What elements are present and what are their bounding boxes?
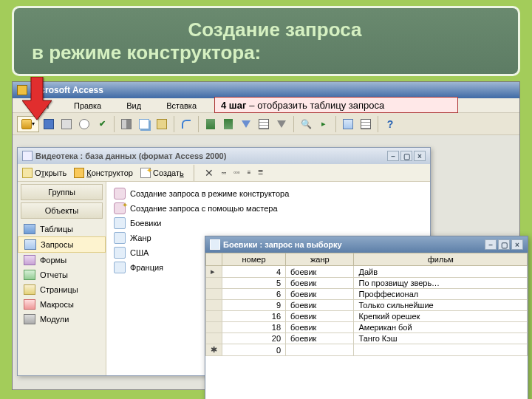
cell-film[interactable] xyxy=(354,344,528,356)
cell-film[interactable]: Проффесионал xyxy=(354,289,528,300)
cell-num[interactable]: 4 xyxy=(222,266,286,278)
table-row[interactable]: 5боевикПо прозвищу зверь… xyxy=(206,278,528,289)
nav-item-report[interactable]: Отчеты xyxy=(18,267,106,282)
new-button[interactable]: Создать xyxy=(140,168,184,178)
cell-film[interactable]: Американ бой xyxy=(354,322,528,333)
nav-item-page[interactable]: Страницы xyxy=(18,282,106,297)
objects-button[interactable]: Объекты xyxy=(21,202,103,219)
maximize-button[interactable]: ▢ xyxy=(400,151,412,161)
svg-marker-0 xyxy=(22,77,52,120)
query-window-title: Боевики : запрос на выборку xyxy=(223,240,342,249)
create-query-wizard[interactable]: Создание запроса с помощью мастера xyxy=(114,201,423,216)
nav-item-form[interactable]: Формы xyxy=(18,253,106,267)
spell-button[interactable]: ✔ xyxy=(94,116,110,132)
close-button[interactable]: × xyxy=(414,151,426,161)
print-button[interactable] xyxy=(58,116,75,132)
new-object-button[interactable] xyxy=(340,116,356,132)
cell-genre[interactable]: боевик xyxy=(286,311,354,322)
details-view-button[interactable]: ☰ xyxy=(258,169,263,176)
nav-item-query[interactable]: Запросы xyxy=(18,236,106,253)
macro-icon xyxy=(24,299,35,310)
query-icon xyxy=(114,262,126,273)
cell-num[interactable]: 0 xyxy=(222,344,286,356)
delete-button[interactable]: ✕ xyxy=(204,168,214,178)
new-row[interactable]: 0 xyxy=(206,344,528,356)
highlight-arrow xyxy=(22,77,52,123)
large-icons-button[interactable]: ▫▫ xyxy=(222,169,226,177)
design-button[interactable]: Конструктор xyxy=(74,168,133,178)
row-selector[interactable] xyxy=(206,278,222,289)
row-selector[interactable] xyxy=(206,322,222,333)
table-row[interactable]: 20боевикТанго Кэш xyxy=(206,333,528,344)
table-row[interactable]: 16боевикКрепкий орешек xyxy=(206,311,528,322)
cell-num[interactable]: 18 xyxy=(222,322,286,333)
cell-genre[interactable]: боевик xyxy=(286,266,354,278)
menu-insert[interactable]: Вставка xyxy=(154,100,208,112)
cell-film[interactable]: Танго Кэш xyxy=(354,333,528,344)
query-icon xyxy=(114,232,126,244)
cell-genre[interactable]: боевик xyxy=(286,289,354,300)
row-selector[interactable] xyxy=(206,311,222,322)
cell-film[interactable]: Крепкий орешек xyxy=(354,311,528,322)
preview-button[interactable] xyxy=(76,116,92,132)
cell-genre[interactable]: боевик xyxy=(286,300,354,311)
cell-num[interactable]: 9 xyxy=(222,300,286,311)
cell-film[interactable]: Дайв xyxy=(354,266,528,278)
table-row[interactable]: 4боевикДайв xyxy=(206,266,528,278)
db-window-titlebar[interactable]: Видеотека : база данных (формат Access 2… xyxy=(18,148,430,164)
maximize-button[interactable]: ▢ xyxy=(498,239,510,250)
menu-edit[interactable]: Правка xyxy=(62,100,113,112)
open-button[interactable]: Открыть xyxy=(22,168,66,178)
close-button[interactable]: × xyxy=(511,239,523,250)
col-header-genre[interactable]: жанр xyxy=(286,253,354,266)
nav-item-macro[interactable]: Макросы xyxy=(18,297,106,312)
cell-genre[interactable]: боевик xyxy=(286,322,354,333)
row-selector[interactable] xyxy=(206,289,222,300)
nav-item-table[interactable]: Таблицы xyxy=(18,222,106,236)
cell-genre[interactable]: боевик xyxy=(286,278,354,289)
cell-genre[interactable] xyxy=(286,344,354,356)
row-selector[interactable] xyxy=(206,266,222,278)
table-row[interactable]: 6боевикПроффесионал xyxy=(206,289,528,300)
find-button[interactable]: 🔍 xyxy=(298,116,314,132)
cell-film[interactable]: По прозвищу зверь… xyxy=(354,278,528,289)
groups-button[interactable]: Группы xyxy=(21,184,103,200)
minimize-button[interactable]: – xyxy=(485,239,497,250)
cell-film[interactable]: Только сильнейшие xyxy=(354,300,528,311)
help-button[interactable]: ? xyxy=(382,116,398,132)
table-row[interactable]: 18боевикАмерикан бой xyxy=(206,322,528,333)
filter-form-button[interactable] xyxy=(256,116,272,132)
paste-button[interactable] xyxy=(154,116,170,132)
copy-button[interactable] xyxy=(136,116,152,132)
query-item[interactable]: Боевики xyxy=(114,216,423,231)
row-selector-header[interactable] xyxy=(206,253,222,266)
cell-num[interactable]: 5 xyxy=(222,278,286,289)
cell-num[interactable]: 16 xyxy=(222,311,286,322)
minimize-button[interactable]: – xyxy=(387,151,399,161)
cell-num[interactable]: 6 xyxy=(222,289,286,300)
sort-desc-button[interactable] xyxy=(220,116,236,132)
cell-genre[interactable]: боевик xyxy=(286,333,354,344)
col-header-film[interactable]: фильм xyxy=(354,253,528,266)
undo-button[interactable] xyxy=(178,116,194,132)
cell-num[interactable]: 20 xyxy=(222,333,286,344)
row-selector[interactable] xyxy=(206,300,222,311)
col-header-num[interactable]: номер xyxy=(222,253,286,266)
nav-item-module[interactable]: Модули xyxy=(18,312,106,327)
menu-view[interactable]: Вид xyxy=(115,100,153,112)
create-query-design[interactable]: Создание запроса в режиме конструктора xyxy=(114,186,423,201)
row-selector[interactable] xyxy=(206,333,222,344)
row-selector-new[interactable] xyxy=(206,344,222,356)
query-icon xyxy=(114,247,126,259)
small-icons-button[interactable]: ▫▫▫ xyxy=(233,169,240,176)
db-window-button[interactable] xyxy=(358,116,374,132)
list-view-button[interactable]: ≡ xyxy=(248,169,251,176)
table-row[interactable]: 9боевикТолько сильнейшие xyxy=(206,300,528,311)
query-window-titlebar[interactable]: Боевики : запрос на выборку – ▢ × xyxy=(205,236,528,253)
apply-filter-button[interactable] xyxy=(273,116,290,132)
sort-asc-button[interactable] xyxy=(202,116,219,132)
filter-selection-button[interactable] xyxy=(238,116,254,132)
step-number: 4 шаг xyxy=(221,100,246,111)
cut-button[interactable] xyxy=(118,116,134,132)
new-record-arrow-button[interactable]: ▸ xyxy=(316,116,332,132)
